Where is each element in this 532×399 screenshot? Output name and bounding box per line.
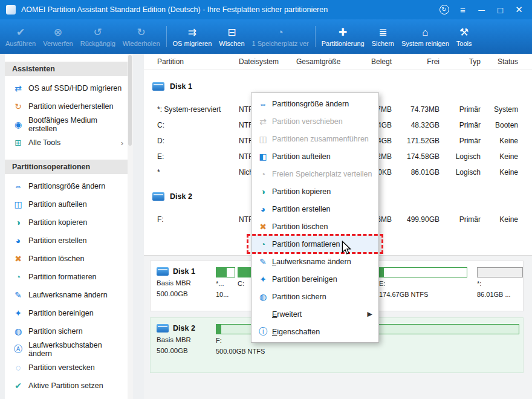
partitioning-icon: ✚ [339, 26, 347, 39]
menu-item-eigenschaften[interactable]: ⓘ Eigenschaften [251, 323, 378, 340]
disk-size: 500.00GB [157, 290, 211, 297]
merge-icon: ◫ [256, 134, 270, 144]
table-header: Partition Dateisystem Gesamtgröße Belegt… [144, 54, 532, 70]
label-icon: ✎ [256, 257, 270, 267]
sidebar-item-alle-tools[interactable]: ⊞ Alle Tools › [5, 134, 133, 152]
column-partition: Partition [157, 57, 239, 66]
move-icon: ⇄ [256, 117, 270, 126]
sidebar-item-partition-bereinigen[interactable]: ✦ Partition bereinigen [5, 304, 133, 322]
menu-item-partition-loeschen[interactable]: ✖ Partition löschen [251, 218, 378, 235]
sidebar-item-partition-formatieren[interactable]: ◔ Partition formatieren [5, 268, 133, 286]
migrate-os-icon: ⇉ [188, 26, 196, 39]
run-icon: ✔ [16, 26, 25, 39]
section-title-assistenten: Assistenten [5, 62, 133, 76]
toolbar-separator [166, 26, 167, 47]
sidebar-item-partition-verstecken[interactable]: ◌ Partition verstecken [5, 358, 133, 377]
minimize-icon[interactable]: ─ [472, 0, 491, 19]
sidebar-item-aktive-partition-setzen[interactable]: ✔ Aktive Partition setzen [5, 377, 133, 395]
sidebar-item-partition-aufteilen[interactable]: ◫ Partition aufteilen [5, 195, 133, 213]
restore-partition-icon: ↻ [12, 102, 24, 111]
sidebar-item-partitionsgroesse-aendern[interactable]: ⇔ Partitionsgröße ändern [5, 177, 133, 195]
window-title: AOMEI Partition Assistant Standard Editi… [21, 5, 435, 14]
disk-size: 500.00GB [157, 347, 211, 354]
disk-name: Disk 1 [173, 267, 195, 276]
column-dateisystem: Dateisystem [239, 57, 296, 66]
menu-item-partitionen-zusammenfuehren: ◫ Partitionen zusammenführen [251, 130, 378, 148]
discard-icon: ⊗ [54, 26, 62, 39]
toolbar: ✔ Ausführen ⊗ Verwerfen ↺ Rückgängig ↻ W… [0, 19, 532, 54]
partition-block-e[interactable]: E: 174.67GB NTFS [379, 267, 467, 299]
sidebar-item-laufwerksname-aendern[interactable]: ✎ Laufwerksname ändern [5, 286, 133, 304]
undo-icon: ↺ [94, 26, 102, 39]
sidebar-item-partition-kopieren[interactable]: ◑ Partition kopieren [5, 213, 133, 232]
copy-icon: ◑ [256, 187, 270, 196]
mouse-cursor [340, 241, 352, 258]
menu-item-partition-sichern[interactable]: ◍ Partition sichern [251, 288, 378, 305]
set-active-icon: ✔ [12, 381, 24, 391]
menu-item-partition-bereinigen[interactable]: ✦ Partition bereinigen [251, 270, 378, 288]
sidebar-item-laufwerksbuchstaben-aendern[interactable]: Ⓐ Laufwerksbuchstaben ändern [5, 340, 133, 358]
hide-partition-icon: ◌ [12, 363, 24, 372]
close-icon[interactable]: ✕ [510, 0, 528, 19]
clean-system-button[interactable]: ⌂ System reinigen [398, 19, 453, 54]
migrate-os-button[interactable]: ⇉ OS migrieren [169, 19, 216, 54]
create-icon: ◕ [256, 204, 270, 214]
context-menu: ⇔ Partitionsgröße ändern ⇄ Partition ver… [251, 92, 379, 343]
column-status: Status [481, 57, 518, 66]
sidebar-item-bootfaehiges-medium[interactable]: ◉ Bootfähiges Medium erstellen [5, 115, 133, 134]
bootable-media-icon: ◉ [12, 120, 24, 129]
disk-layout: Basis MBR [157, 336, 211, 343]
backup-button[interactable]: ≣ Sichern [368, 19, 398, 54]
allocate-space-button: ◔ 1 Speicherplatz ver [248, 19, 313, 54]
sidebar-item-partition-erstellen[interactable]: ◕ Partition erstellen [5, 232, 133, 250]
disk-name: Disk 2 [173, 324, 195, 332]
menu-item-partition-kopieren[interactable]: ◑ Partition kopieren [251, 183, 378, 200]
sidebar-item-partition-wiederherstellen[interactable]: ↻ Partition wiederherstellen [5, 97, 133, 115]
create-icon: ◕ [12, 236, 24, 245]
menu-item-partition-erstellen[interactable]: ◕ Partition erstellen [251, 200, 378, 218]
menu-item-partition-formatieren[interactable]: ◔ Partition formatieren [251, 235, 378, 253]
drive-letter-icon: Ⓐ [12, 344, 24, 355]
menu-item-laufwerksname-aendern[interactable]: ✎ Laufwerksname ändern [251, 253, 378, 270]
disk-icon [157, 267, 169, 276]
maximize-icon[interactable]: □ [491, 0, 510, 19]
split-icon: ◧ [256, 152, 270, 161]
column-typ: Typ [440, 57, 481, 66]
split-icon: ◫ [12, 199, 24, 209]
disk-icon [152, 82, 164, 91]
section-title-partitionsoperationen: Partitionsoperationen [5, 160, 133, 174]
tools-button[interactable]: ⚒ Tools [453, 19, 476, 54]
allocate-free-space-icon: ◔ [256, 169, 270, 179]
menu-item-partitionsgroesse-aendern[interactable]: ⇔ Partitionsgröße ändern [251, 95, 378, 112]
submenu-arrow-icon: ▶ [368, 310, 372, 318]
sidebar-item-os-migrieren[interactable]: ⇄ OS auf SSD/HDD migrieren [5, 79, 133, 97]
refresh-icon[interactable]: ↻ [435, 0, 453, 19]
chevron-right-icon: › [121, 138, 123, 148]
sidebar-item-partition-loeschen[interactable]: ✖ Partition löschen [5, 250, 133, 268]
apply-button: ✔ Ausführen [2, 19, 39, 54]
backup-icon: ≣ [378, 26, 387, 39]
partition-block-system[interactable]: *... 10... [216, 267, 235, 299]
menu-icon[interactable]: ≡ [453, 0, 472, 19]
copy-icon: ◑ [12, 218, 24, 227]
column-belegt: Belegt [357, 57, 392, 66]
window-controls: ↻ ≡ ─ □ ✕ [435, 0, 528, 19]
menu-item-erweitert[interactable]: Erweitert ▶ [251, 305, 378, 323]
delete-icon: ✖ [256, 222, 270, 232]
backup-partition-icon: ◍ [12, 326, 24, 336]
label-icon: ✎ [12, 290, 24, 300]
wipe-button[interactable]: ⊟ Wischen [215, 19, 248, 54]
undo-button: ↺ Rückgängig [77, 19, 119, 54]
sidebar-item-partition-sichern[interactable]: ◍ Partition sichern [5, 322, 133, 340]
sidebar: Assistenten ⇄ OS auf SSD/HDD migrieren ↻… [5, 54, 133, 399]
wipe-partition-icon: ✦ [12, 308, 24, 318]
sidebar-scrollbar-thumb[interactable] [128, 55, 132, 146]
column-gesamtgroesse: Gesamtgröße [296, 57, 357, 66]
tools-icon: ⚒ [459, 26, 469, 39]
titlebar: AOMEI Partition Assistant Standard Editi… [0, 0, 532, 19]
partition-block-unallocated[interactable]: *: 86.01GB ... [477, 267, 523, 299]
menu-item-partition-aufteilen[interactable]: ◧ Partition aufteilen [251, 148, 378, 165]
discard-button: ⊗ Verwerfen [39, 19, 77, 54]
partitioning-button[interactable]: ✚ Partitionierung [318, 19, 368, 54]
menu-item-partition-verschieben: ⇄ Partition verschieben [251, 112, 378, 130]
